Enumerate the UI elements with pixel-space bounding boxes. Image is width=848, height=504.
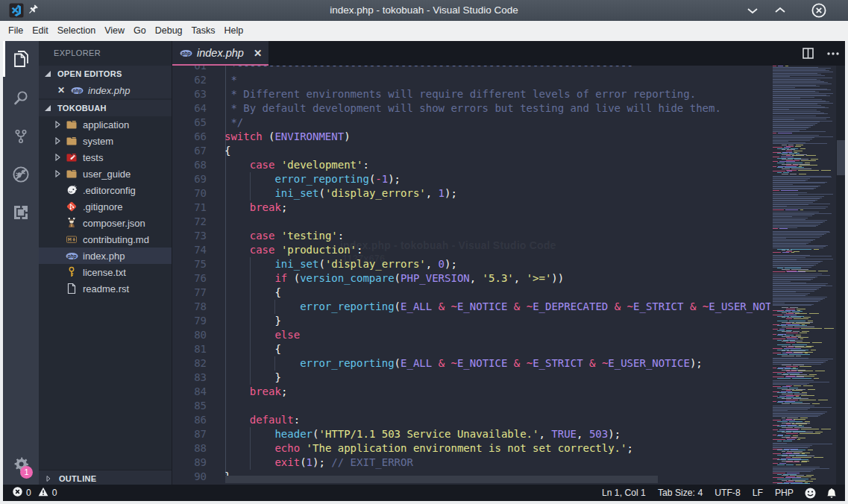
activity-extensions-icon[interactable] xyxy=(3,195,39,230)
outline-header[interactable]: OUTLINE xyxy=(39,470,172,486)
tab-index-php[interactable]: php index.php ✕ xyxy=(172,41,268,66)
tree-item-system[interactable]: system xyxy=(39,133,172,149)
minimap-line xyxy=(773,315,782,315)
tree-item-index-php[interactable]: phpindex.php xyxy=(39,248,172,264)
line-number: 84 xyxy=(172,385,207,399)
activity-search-icon[interactable] xyxy=(3,80,39,116)
minimap-line xyxy=(773,275,830,276)
minimap-line xyxy=(773,265,814,266)
minimap-line xyxy=(773,473,785,473)
minimap-line xyxy=(792,344,807,345)
minimap-line xyxy=(806,475,814,476)
minimize-button[interactable] xyxy=(745,3,760,18)
minimap-line xyxy=(792,457,811,458)
menu-file[interactable]: File xyxy=(4,21,28,41)
minimap-line xyxy=(773,429,778,430)
minimap-line xyxy=(800,366,811,367)
open-editor-item[interactable]: ✕phpindex.php xyxy=(39,82,172,98)
line-number: 73 xyxy=(172,229,207,243)
menu-selection[interactable]: Selection xyxy=(53,21,100,41)
line-number: 63 xyxy=(172,87,207,101)
tree-item-license-txt[interactable]: license.txt xyxy=(39,264,172,280)
code-content[interactable]: *---------------------------------------… xyxy=(224,66,803,484)
minimap-line xyxy=(773,166,776,167)
status-ln-1-col-1[interactable]: Ln 1, Col 1 xyxy=(602,488,646,498)
horizontal-scrollbar-slider[interactable] xyxy=(225,476,658,483)
notifications-bell-icon[interactable] xyxy=(826,488,837,499)
minimap-line xyxy=(795,313,807,314)
minimap[interactable] xyxy=(770,66,836,485)
minimap-line xyxy=(782,317,785,318)
line-number: 62 xyxy=(172,73,207,87)
minimap-line xyxy=(799,174,806,174)
maximize-button[interactable] xyxy=(773,3,788,18)
tree-item-composer-json[interactable]: composer.json xyxy=(39,215,172,231)
menu-view[interactable]: View xyxy=(100,21,129,41)
status-php[interactable]: PHP xyxy=(775,488,794,498)
status-lf[interactable]: LF xyxy=(753,488,763,498)
minimap-line xyxy=(786,457,791,458)
tree-item-tests[interactable]: tests xyxy=(39,149,172,166)
tree-item-contributing-md[interactable]: contributing.md xyxy=(39,231,172,248)
menu-edit[interactable]: Edit xyxy=(28,21,53,41)
minimap-line xyxy=(773,92,819,92)
tree-item-label: readme.rst xyxy=(83,283,129,294)
minimap-line xyxy=(773,133,776,133)
tab-close-icon[interactable]: ✕ xyxy=(254,47,262,59)
open-editors-header[interactable]: OPEN EDITORS xyxy=(39,66,172,82)
status-tab-size-4[interactable]: Tab Size: 4 xyxy=(658,488,703,498)
minimap-line xyxy=(782,398,791,399)
tree-item-user-guide[interactable]: user_guide xyxy=(39,166,172,182)
minimap-line xyxy=(806,155,816,156)
menu-help[interactable]: Help xyxy=(220,21,248,41)
minimap-line xyxy=(773,295,805,296)
minimap-line xyxy=(781,190,798,191)
menu-debug[interactable]: Debug xyxy=(151,21,187,41)
minimap-line xyxy=(773,293,810,294)
more-actions-button[interactable] xyxy=(827,41,839,66)
tree-item-application[interactable]: application xyxy=(39,116,172,133)
activity-debug-icon[interactable] xyxy=(3,157,39,192)
activity-explorer-icon[interactable] xyxy=(3,41,39,77)
close-button[interactable] xyxy=(811,3,826,18)
minimap-line xyxy=(789,321,805,321)
split-editor-button[interactable] xyxy=(803,41,814,66)
minimap-line xyxy=(782,145,787,145)
code-line: } xyxy=(224,314,803,328)
minimap-line xyxy=(777,392,786,393)
minimap-line xyxy=(803,385,813,386)
minimap-line xyxy=(797,342,810,343)
minimap-line xyxy=(773,471,811,472)
error-icon xyxy=(13,487,22,499)
code-line: { xyxy=(224,286,803,300)
tree-item--editorconfig[interactable]: .editorconfig xyxy=(39,182,172,198)
errors-indicator[interactable]: 00 xyxy=(13,487,57,499)
status-utf-8[interactable]: UTF-8 xyxy=(714,488,741,498)
tree-item-readme-rst[interactable]: readme.rst xyxy=(39,280,172,297)
minimap-line xyxy=(811,159,818,160)
minimap-line xyxy=(786,337,797,338)
title-bar[interactable]: index.php - tokobuah - Visual Studio Cod… xyxy=(0,0,848,21)
minimap-line xyxy=(773,377,784,377)
menu-go[interactable]: Go xyxy=(129,21,151,41)
minimap-line xyxy=(794,159,808,160)
feedback-smiley-icon[interactable] xyxy=(805,488,816,499)
tree-item-label: index.php xyxy=(83,251,125,262)
minimap-line xyxy=(782,451,785,452)
code-editor[interactable]: 6162636465666768697071727374757677787980… xyxy=(172,66,845,485)
minimap-line xyxy=(782,250,785,251)
close-editor-icon[interactable]: ✕ xyxy=(57,85,65,95)
minimap-line xyxy=(794,394,807,394)
minimap-line xyxy=(773,334,776,335)
menu-tasks[interactable]: Tasks xyxy=(187,21,220,41)
minimap-line xyxy=(773,201,815,201)
vertical-scrollbar[interactable] xyxy=(836,66,845,485)
vertical-scrollbar-slider[interactable] xyxy=(837,140,845,175)
minimap-line xyxy=(791,450,805,450)
activity-source-control-icon[interactable] xyxy=(3,119,39,154)
indent-guide xyxy=(274,356,275,371)
project-section-header[interactable]: TOKOBUAH xyxy=(39,100,172,116)
line-number: 83 xyxy=(172,371,207,385)
tree-item--gitignore[interactable]: .gitignore xyxy=(39,198,172,215)
warning-count: 0 xyxy=(52,488,57,498)
